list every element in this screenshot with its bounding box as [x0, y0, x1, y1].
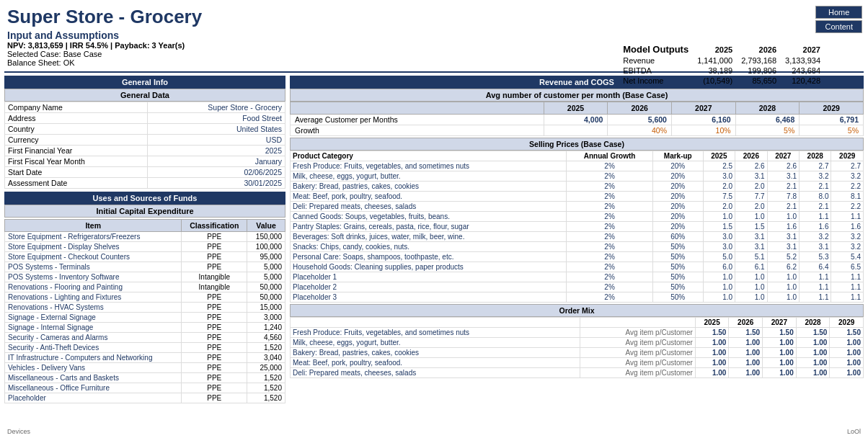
- table-row: Growth 40% 10% 5% 5%: [291, 125, 864, 136]
- table-row: Revenue 1,141,000 2,793,168 3,133,934: [619, 55, 825, 66]
- table-row: Start Date02/06/2025: [5, 167, 285, 178]
- general-data-subheader: General Data: [4, 89, 285, 102]
- mo-year-2025: 2025: [693, 43, 737, 55]
- table-row: Beverages: Soft drinks, juices, water, m…: [291, 232, 864, 242]
- selling-col-header: 2025: [703, 151, 735, 161]
- table-row: Miscellaneous - Carts and BasketsPPE1,52…: [5, 373, 285, 383]
- table-row: Snacks: Chips, candy, cookies, nuts. 2% …: [291, 242, 864, 252]
- selling-col-header: 2026: [735, 151, 767, 161]
- table-row: Personal Care: Soaps, shampoos, toothpas…: [291, 252, 864, 262]
- general-info-table: Company NameSuper Store - GroceryAddress…: [4, 102, 285, 189]
- mo-year-2026: 2026: [737, 43, 781, 55]
- col-item: Item: [5, 220, 182, 232]
- table-row: Fresh Produce: Fruits, vegetables, and s…: [291, 161, 864, 171]
- page-title: Super Store - Grocery: [7, 6, 861, 28]
- table-row: Pantry Staples: Grains, cereals, pasta, …: [291, 222, 864, 232]
- table-row: CountryUnited States: [5, 124, 285, 135]
- table-row: Store Equipment - Refrigerators/Freezers…: [5, 232, 285, 242]
- table-row: Store Equipment - Checkout CountersPPE95…: [5, 252, 285, 262]
- order-mix-table: 2025 2026 2027 2028 2029 Fresh Produce: …: [290, 317, 864, 378]
- om-year-2027: 2027: [763, 318, 797, 328]
- om-year-2029: 2029: [830, 318, 864, 328]
- table-row: CurrencyUSD: [5, 135, 285, 146]
- selling-col-header: 2029: [831, 151, 864, 161]
- table-row: Security - Anti-Theft DevicesPPE1,520: [5, 343, 285, 353]
- table-row: Bakery: Bread, pastries, cakes, cookies …: [291, 182, 864, 192]
- table-row: Vehicles - Delivery VansPPE25,000: [5, 363, 285, 373]
- selling-col-header: Product Category: [291, 151, 567, 161]
- capex-subheader: Initial Capital Expenditure: [4, 205, 285, 218]
- table-row: Fresh Produce: Fruits, vegetables, and s…: [291, 328, 864, 338]
- table-row: Canned Goods: Soups, vegetables, fruits,…: [291, 212, 864, 222]
- table-row: Placeholder 2 2% 50% 1.0 1.0 1.0 1.1 1.1: [291, 282, 864, 292]
- selling-prices-header: Selling Prices (Base Case): [290, 138, 864, 151]
- table-row: Signage - External SignagePPE3,000: [5, 313, 285, 323]
- table-row: Household Goods: Cleaning supplies, pape…: [291, 262, 864, 272]
- table-row: Renovations - Lighting and FixturesPPE50…: [5, 292, 285, 303]
- col-value: Value: [247, 220, 285, 232]
- om-year-2028: 2028: [796, 318, 830, 328]
- avg-year-2025: 2025: [544, 102, 608, 115]
- table-row: Milk, cheese, eggs, yogurt, butter. Avg …: [291, 338, 864, 348]
- selling-col-header: 2027: [767, 151, 799, 161]
- general-info-header: General Info: [4, 76, 285, 89]
- selling-table: Product CategoryAnnual GrowthMark-up2025…: [290, 151, 864, 303]
- table-row: Average Customer per Months 4,000 5,600 …: [291, 115, 864, 125]
- table-row: PlaceholderPPE1,520: [5, 393, 285, 403]
- left-panel: General Info General Data Company NameSu…: [4, 76, 285, 403]
- avg-year-2028: 2028: [735, 102, 800, 115]
- main-content: General Info General Data Company NameSu…: [4, 76, 864, 403]
- order-mix-header: Order Mix: [290, 304, 864, 317]
- devices-label: Devices: [7, 428, 30, 435]
- table-row: First Fiscal Year MonthJanuary: [5, 156, 285, 167]
- table-row: EBITDA 38,189 199,806 243,684: [619, 66, 825, 76]
- col-classification: Classification: [182, 220, 247, 232]
- table-row: Deli: Prepared meats, cheeses, salads 2%…: [291, 202, 864, 212]
- table-row: Signage - Internal SignagePPE1,240: [5, 323, 285, 333]
- uses-sources-header: Uses and Sources of Funds: [4, 192, 285, 205]
- om-col-unit: [580, 318, 696, 328]
- right-panel: Revenue and COGS Avg number of customer …: [290, 76, 864, 403]
- selling-col-header: Annual Growth: [567, 151, 653, 161]
- table-row: Meat: Beef, pork, poultry, seafood. Avg …: [291, 358, 864, 368]
- table-row: Security - Cameras and AlarmsPPE4,560: [5, 333, 285, 343]
- table-row: Renovations - Flooring and PaintingIntan…: [5, 282, 285, 292]
- om-year-2026: 2026: [729, 318, 763, 328]
- table-row: Miscellaneous - Office FurniturePPE1,520: [5, 383, 285, 393]
- table-row: AddressFood Street: [5, 113, 285, 124]
- avg-year-2026: 2026: [608, 102, 672, 115]
- table-row: Company NameSuper Store - Grocery: [5, 102, 285, 113]
- table-row: Placeholder 1 2% 50% 1.0 1.0 1.0 1.1 1.1: [291, 272, 864, 282]
- table-row: Bakery: Bread, pastries, cakes, cookies …: [291, 348, 864, 358]
- table-row: POS Systems - TerminalsPPE5,000: [5, 262, 285, 272]
- om-year-2025: 2025: [695, 318, 729, 328]
- page-subtitle: Input and Assumptions: [7, 30, 861, 41]
- avg-customer-table: 2025 2026 2027 2028 2029 Average Custome…: [290, 102, 864, 136]
- selling-col-header: 2028: [800, 151, 831, 161]
- table-row: First Financial Year2025: [5, 146, 285, 156]
- avg-col-label: [291, 102, 544, 115]
- table-row: Meat: Beef, pork, poultry, seafood. 2% 2…: [291, 192, 864, 202]
- table-row: Milk, cheese, eggs, yogurt, butter. 2% 2…: [291, 171, 864, 182]
- model-outputs: Model Outputs 2025 2026 2027 Revenue 1,1…: [619, 43, 825, 86]
- selling-col-header: Mark-up: [652, 151, 703, 161]
- table-row: Assessment Date30/01/2025: [5, 178, 285, 189]
- lool-label: LoOl: [847, 428, 861, 435]
- table-row: Net Income (10,549) 85,650 120,428: [619, 76, 825, 86]
- content-button[interactable]: Content: [815, 20, 862, 33]
- capex-table: Item Classification Value Store Equipmen…: [4, 219, 285, 403]
- table-row: POS Systems - Inventory SoftwareIntangib…: [5, 272, 285, 282]
- table-row: Placeholder 3 2% 50% 1.0 1.0 1.0 1.1 1.1: [291, 292, 864, 303]
- table-row: Renovations - HVAC SystemsPPE15,000: [5, 303, 285, 313]
- table-row: IT Infrastructure - Computers and Networ…: [5, 353, 285, 363]
- avg-year-2027: 2027: [671, 102, 735, 115]
- mo-title: Model Outputs: [619, 43, 693, 55]
- om-col-cat: [291, 318, 580, 328]
- home-button[interactable]: Home: [815, 6, 862, 19]
- table-row: Deli: Prepared meats, cheeses, salads Av…: [291, 368, 864, 378]
- avg-customer-subheader: Avg number of customer per month (Base C…: [290, 89, 864, 102]
- avg-year-2029: 2029: [800, 102, 864, 115]
- mo-year-2027: 2027: [781, 43, 825, 55]
- top-nav: Home Content: [815, 6, 862, 33]
- table-row: Store Equipment - Display ShelvesPPE100,…: [5, 242, 285, 252]
